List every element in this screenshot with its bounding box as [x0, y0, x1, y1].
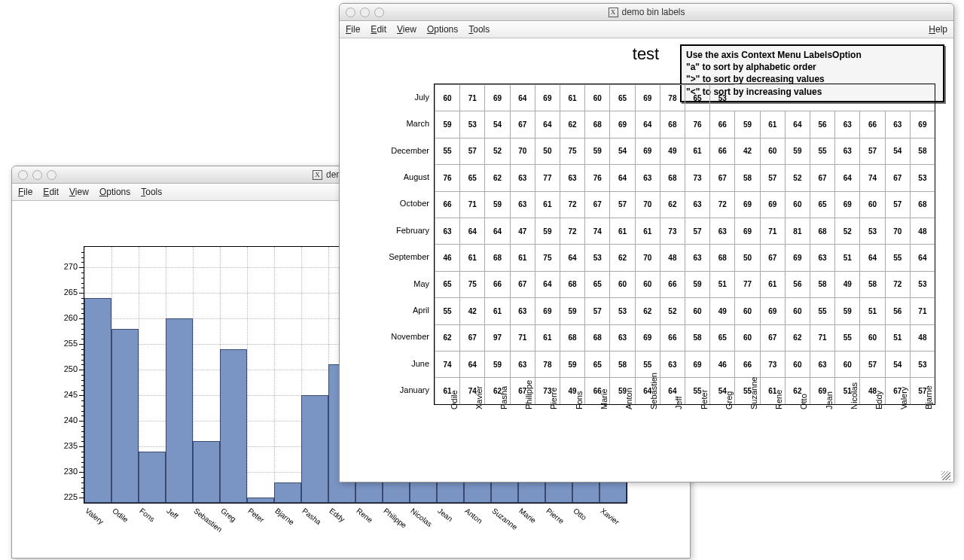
- x-category: Suzanne: [749, 376, 758, 409]
- bar: [84, 298, 111, 503]
- cell: 60: [785, 297, 810, 324]
- menu-options[interactable]: Options: [427, 24, 458, 35]
- cell: 58: [685, 324, 709, 351]
- cell: 49: [660, 138, 685, 164]
- cell: 48: [660, 244, 685, 270]
- cell: 59: [785, 138, 810, 164]
- x-tick: Bjarne: [273, 507, 296, 526]
- cell: 65: [459, 164, 484, 190]
- y-category: March: [374, 119, 429, 128]
- x11-icon: X: [313, 170, 322, 180]
- cell: 64: [910, 244, 935, 270]
- cell: 63: [635, 164, 660, 190]
- cell: 75: [560, 138, 584, 164]
- cell: 65: [435, 271, 459, 297]
- cell: 75: [535, 244, 560, 270]
- menu-edit[interactable]: Edit: [43, 187, 59, 197]
- cell: 68: [810, 218, 834, 244]
- menubar: File Edit View Options Tools Help: [340, 21, 953, 38]
- x-tick: Pasha: [300, 507, 322, 526]
- y-category: November: [374, 332, 429, 341]
- cell: 65: [609, 84, 634, 111]
- x-category: Pasha: [499, 386, 508, 409]
- cell: 65: [709, 324, 734, 351]
- close-icon[interactable]: [18, 170, 28, 180]
- cell: 65: [584, 271, 609, 297]
- bar: [220, 349, 247, 503]
- cell: 69: [535, 297, 560, 324]
- cell: 53: [910, 164, 935, 190]
- cell: 70: [510, 138, 535, 164]
- cell: 64: [510, 84, 535, 111]
- cell: 65: [810, 191, 834, 218]
- menu-view[interactable]: View: [69, 187, 89, 197]
- cell: 68: [660, 164, 685, 190]
- cell: 68: [660, 111, 685, 137]
- cell: 69: [834, 191, 859, 218]
- menu-options[interactable]: Options: [99, 187, 130, 197]
- cell: 55: [435, 297, 459, 324]
- menu-edit[interactable]: Edit: [371, 24, 386, 35]
- zoom-icon[interactable]: [47, 170, 56, 180]
- cell: 72: [709, 191, 734, 218]
- cell: 71: [510, 324, 535, 351]
- heatmap-grid[interactable]: 6071696469616065697865535953546764626869…: [434, 84, 935, 405]
- cell: 68: [584, 111, 609, 137]
- cell: 57: [609, 191, 634, 218]
- cell: 60: [859, 324, 884, 351]
- cell: 72: [560, 218, 584, 244]
- cell: 65: [584, 351, 609, 377]
- table-canvas[interactable]: test Use the axis Context Menu LabelsOpt…: [340, 38, 952, 482]
- cell: 54: [609, 138, 634, 164]
- minimize-icon[interactable]: [32, 170, 42, 180]
- cell: 81: [785, 218, 810, 244]
- cell: 54: [885, 351, 910, 377]
- cell: 58: [859, 271, 884, 297]
- cell: 49: [834, 271, 859, 297]
- y-tick: 235: [47, 441, 78, 450]
- y-tick: 270: [47, 262, 78, 271]
- cell: 57: [459, 138, 484, 164]
- cell: 59: [484, 351, 509, 377]
- menu-file[interactable]: File: [18, 187, 32, 197]
- cell: 59: [560, 351, 584, 377]
- cell: 74: [584, 218, 609, 244]
- menu-help[interactable]: Help: [929, 24, 947, 35]
- resize-handle-icon[interactable]: [941, 471, 950, 480]
- x-category: Otto: [799, 394, 808, 409]
- cell: 67: [810, 164, 834, 190]
- cell: 60: [734, 324, 759, 351]
- cell: 64: [859, 244, 884, 270]
- titlebar[interactable]: Xdemo bin labels: [340, 4, 953, 21]
- cell: 62: [660, 191, 685, 218]
- cell: 74: [435, 351, 459, 377]
- menu-file[interactable]: File: [346, 24, 360, 35]
- cell: 68: [560, 271, 584, 297]
- cell: 67: [760, 244, 785, 270]
- cell: 61: [635, 218, 660, 244]
- cell: 48: [910, 324, 935, 351]
- minimize-icon[interactable]: [360, 8, 370, 17]
- menu-tools[interactable]: Tools: [141, 187, 162, 197]
- menu-view[interactable]: View: [397, 24, 416, 35]
- cell: 62: [560, 111, 584, 137]
- x-tick: Nicolas: [409, 507, 434, 528]
- y-category: July: [374, 93, 429, 102]
- cell: 59: [560, 297, 584, 324]
- cell: 71: [459, 191, 484, 218]
- zoom-icon[interactable]: [374, 8, 384, 17]
- y-category: May: [374, 279, 429, 288]
- cell: 71: [810, 324, 834, 351]
- x-tick: Rene: [355, 507, 374, 524]
- x-tick: Jean: [436, 507, 454, 523]
- cell: 63: [685, 191, 709, 218]
- window-title: demo bin labels: [621, 7, 685, 17]
- menu-tools[interactable]: Tools: [468, 24, 490, 35]
- cell: 73: [760, 351, 785, 377]
- cell: 42: [734, 138, 759, 164]
- cell: 77: [734, 271, 759, 297]
- y-category: April: [374, 306, 429, 315]
- cell: 56: [885, 297, 910, 324]
- cell: 68: [584, 324, 609, 351]
- close-icon[interactable]: [346, 8, 355, 17]
